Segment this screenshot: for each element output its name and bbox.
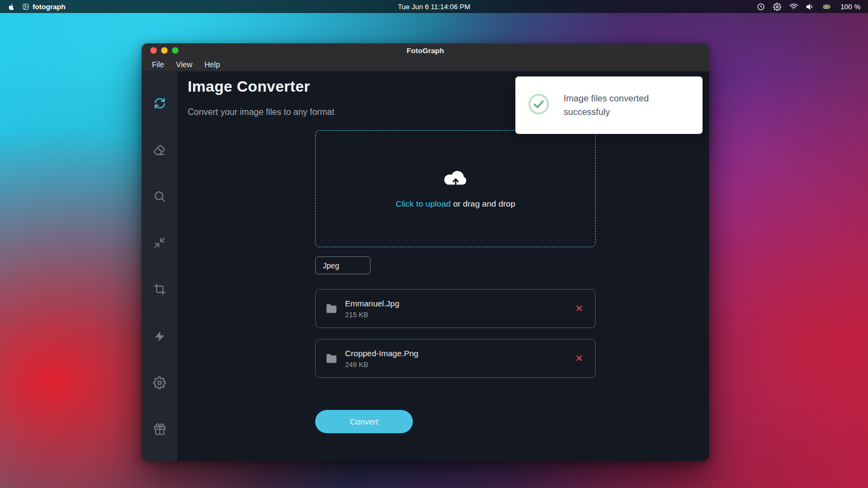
- page-title: Image Converter: [188, 78, 310, 95]
- gift-icon: [154, 423, 166, 435]
- window-titlebar[interactable]: FotoGraph: [142, 43, 709, 57]
- file-name: Cropped-Image.Png: [345, 349, 418, 358]
- convert-icon: [153, 97, 167, 110]
- zoom-window-button[interactable]: [172, 47, 178, 54]
- menubar-clock[interactable]: Tue Jun 6 11:14:06 PM: [398, 3, 470, 11]
- file-card: Emmanuel.Jpg 215 KB ✕: [315, 289, 596, 328]
- sidebar-item-convert[interactable]: [152, 96, 167, 110]
- success-toast: Image files converted successfuly: [515, 76, 703, 134]
- battery-icon[interactable]: [822, 3, 832, 11]
- convert-button[interactable]: Convert: [315, 410, 413, 433]
- lightning-icon: [154, 330, 166, 343]
- menubar-app-name-label: fotograph: [33, 3, 66, 11]
- format-select[interactable]: Jpeg: [315, 256, 371, 274]
- remove-file-button[interactable]: ✕: [573, 351, 585, 365]
- compress-icon: [154, 236, 166, 249]
- menu-help[interactable]: Help: [200, 59, 225, 70]
- sidebar-item-lightning[interactable]: [152, 329, 167, 343]
- upload-instructions: Click to upload or drag and drop: [395, 199, 515, 209]
- success-check-icon: [527, 93, 550, 118]
- minimize-window-button[interactable]: [161, 47, 168, 54]
- click-to-upload-link[interactable]: Click to upload: [395, 199, 451, 208]
- folder-icon: [326, 352, 337, 364]
- sidebar-item-settings[interactable]: [152, 376, 167, 390]
- sidebar-item-eraser[interactable]: [152, 143, 167, 157]
- clock-status-icon[interactable]: [757, 3, 765, 11]
- sidebar: [142, 72, 177, 461]
- macos-menubar: fotograph Tue Jun 6 11:14:06 PM 100 %: [0, 0, 868, 13]
- file-size: 215 KB: [345, 311, 399, 319]
- upload-dropzone[interactable]: Click to upload or drag and drop: [315, 130, 596, 247]
- crop-icon: [154, 283, 166, 296]
- eraser-icon: [153, 144, 166, 157]
- menu-view[interactable]: View: [171, 59, 197, 70]
- sidebar-item-search[interactable]: [152, 189, 167, 203]
- file-card: Cropped-Image.Png 249 KB ✕: [315, 339, 596, 378]
- volume-icon[interactable]: [806, 3, 814, 11]
- folder-icon: [326, 303, 337, 314]
- desktop: fotograph Tue Jun 6 11:14:06 PM 100 %: [0, 0, 868, 488]
- file-size: 249 KB: [345, 361, 418, 369]
- drag-drop-label: or drag and drop: [451, 199, 515, 208]
- file-name: Emmanuel.Jpg: [345, 299, 399, 308]
- sidebar-item-gift[interactable]: [152, 422, 167, 436]
- gear-icon: [153, 376, 166, 389]
- toast-message: Image files converted successfuly: [564, 92, 691, 119]
- remove-file-button[interactable]: ✕: [573, 301, 585, 316]
- sidebar-item-crop[interactable]: [152, 282, 167, 296]
- search-icon: [153, 190, 166, 203]
- window-title: FotoGraph: [407, 47, 444, 55]
- window-menu-row: File View Help: [142, 57, 709, 72]
- page-subtitle: Convert your image files to any format: [188, 107, 334, 117]
- app-menu-icon: [22, 3, 29, 10]
- battery-percent-label: 100 %: [840, 3, 860, 11]
- menu-file[interactable]: File: [147, 59, 169, 70]
- cloud-upload-icon: [442, 169, 470, 191]
- close-window-button[interactable]: [150, 47, 157, 54]
- wifi-icon[interactable]: [789, 2, 798, 11]
- gear-status-icon[interactable]: [773, 3, 781, 11]
- sidebar-item-compress[interactable]: [152, 235, 167, 249]
- apple-menu-icon[interactable]: [8, 3, 15, 11]
- format-select-value: Jpeg: [323, 261, 339, 270]
- menubar-app-name[interactable]: fotograph: [22, 3, 66, 11]
